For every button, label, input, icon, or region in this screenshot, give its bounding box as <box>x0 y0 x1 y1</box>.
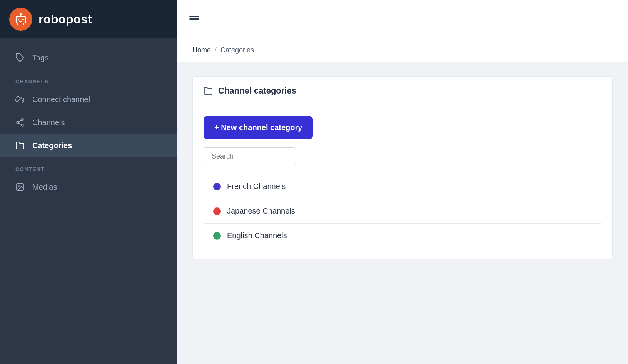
hamburger-line-2 <box>189 18 199 20</box>
search-wrapper <box>204 147 601 165</box>
category-list: French Channels Japanese Channels Englis… <box>204 174 601 248</box>
svg-point-2 <box>22 19 24 20</box>
card-body: + New channel category French Channels J… <box>193 105 612 259</box>
category-item-japanese[interactable]: Japanese Channels <box>204 199 601 224</box>
breadcrumb-home[interactable]: Home <box>192 46 211 54</box>
sidebar-item-tags-label: Tags <box>32 53 48 62</box>
svg-rect-0 <box>16 16 25 23</box>
sidebar-item-connect-channel[interactable]: Connect channel <box>0 88 177 111</box>
category-item-english[interactable]: English Channels <box>204 224 601 248</box>
sidebar-item-channels-label: Channels <box>32 118 65 127</box>
plug-icon <box>15 95 25 104</box>
folder-header-icon <box>204 86 213 95</box>
svg-rect-3 <box>19 21 22 22</box>
card-header: Channel categories <box>193 77 612 105</box>
sidebar-item-connect-channel-label: Connect channel <box>32 95 90 104</box>
sidebar-item-medias[interactable]: Medias <box>0 175 177 199</box>
new-channel-category-button[interactable]: + New channel category <box>204 116 313 139</box>
sidebar-item-categories-label: Categories <box>32 141 72 150</box>
card-title: Channel categories <box>218 86 296 96</box>
sidebar-item-categories[interactable]: Categories <box>0 134 177 157</box>
breadcrumb-current: Categories <box>220 46 254 54</box>
category-color-dot-japanese <box>213 207 221 215</box>
channel-categories-card: Channel categories + New channel categor… <box>192 76 613 259</box>
svg-line-12 <box>19 123 22 125</box>
hamburger-line-1 <box>189 16 199 17</box>
channels-section-label: CHANNELS <box>0 69 177 88</box>
topbar <box>177 0 628 38</box>
image-icon <box>15 182 25 192</box>
category-item-french[interactable]: French Channels <box>204 174 601 199</box>
svg-line-13 <box>19 120 22 122</box>
sidebar-item-channels[interactable]: Channels <box>0 111 177 134</box>
svg-point-1 <box>18 19 19 20</box>
sidebar-item-tags[interactable]: Tags <box>0 46 177 69</box>
share-icon <box>15 118 25 127</box>
category-name-japanese: Japanese Channels <box>227 207 295 215</box>
sidebar-header: robopost <box>0 0 177 38</box>
tag-icon <box>15 53 25 62</box>
main-content: Home / Categories Channel categories + N… <box>177 0 628 364</box>
category-color-dot-english <box>213 232 221 240</box>
category-name-french: French Channels <box>227 182 286 191</box>
svg-point-15 <box>18 185 19 186</box>
breadcrumb-separator: / <box>215 46 217 54</box>
hamburger-line-3 <box>189 22 199 23</box>
sidebar-item-medias-label: Medias <box>32 183 57 192</box>
search-input[interactable] <box>204 147 296 165</box>
logo-icon <box>9 8 32 31</box>
hamburger-menu-button[interactable] <box>189 16 199 23</box>
sidebar: robopost Tags CHANNELS Connect channel <box>0 0 177 364</box>
breadcrumb: Home / Categories <box>177 38 628 62</box>
folder-icon <box>15 141 25 150</box>
logo-text: robopost <box>38 12 92 27</box>
sidebar-nav: Tags CHANNELS Connect channel <box>0 38 177 364</box>
content-area: Channel categories + New channel categor… <box>177 62 628 364</box>
category-name-english: English Channels <box>227 231 287 240</box>
category-color-dot-french <box>213 183 221 190</box>
content-section-label: CONTENT <box>0 157 177 175</box>
